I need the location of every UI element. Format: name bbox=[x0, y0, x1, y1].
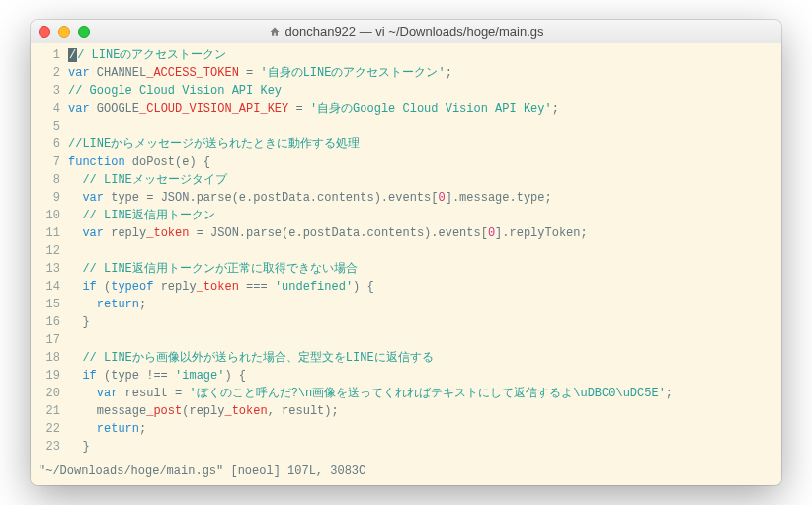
token-ident bbox=[68, 262, 82, 276]
code-line[interactable]: 10 // LINE返信用トークン bbox=[31, 207, 781, 224]
token-ident: , result); bbox=[268, 404, 339, 418]
token-keyword: var bbox=[68, 102, 90, 116]
token-keyword: if bbox=[82, 280, 96, 294]
token-ident: result = bbox=[118, 387, 189, 400]
code-line[interactable]: 14 if (typeof reply_token === 'undefined… bbox=[31, 278, 781, 296]
token-number: 0 bbox=[438, 191, 445, 205]
code-content[interactable] bbox=[68, 242, 781, 260]
code-content[interactable] bbox=[68, 331, 781, 349]
token-ident: ; bbox=[139, 422, 146, 436]
code-line[interactable]: 20 var result = 'ぼくのこと呼んだ?\n画像を送ってくれればテキ… bbox=[31, 385, 781, 402]
code-line[interactable]: 5 bbox=[31, 118, 781, 135]
token-ident: } bbox=[68, 315, 90, 329]
code-line[interactable]: 19 if (type !== 'image') { bbox=[31, 367, 781, 385]
line-number: 17 bbox=[31, 331, 68, 349]
line-number: 12 bbox=[31, 242, 68, 260]
line-number: 9 bbox=[31, 189, 68, 207]
token-comment: // Google Cloud Vision API Key bbox=[68, 84, 282, 98]
code-content[interactable]: // LINEから画像以外が送られた場合、定型文をLINEに返信する bbox=[68, 349, 781, 367]
code-line[interactable]: 23 } bbox=[31, 438, 781, 456]
vim-status-line: "~/Downloads/hoge/main.gs" [noeol] 107L,… bbox=[31, 462, 781, 485]
token-comment: //LINEからメッセージが送られたときに動作する処理 bbox=[68, 137, 360, 151]
token-ident: ) { bbox=[224, 369, 246, 383]
code-content[interactable]: if (type !== 'image') { bbox=[68, 367, 781, 385]
code-line[interactable]: 16 } bbox=[31, 313, 781, 331]
token-ident bbox=[68, 191, 82, 205]
token-comment: // LINEから画像以外が送られた場合、定型文をLINEに返信する bbox=[82, 351, 433, 365]
token-ident bbox=[68, 173, 82, 187]
token-op: = bbox=[239, 66, 261, 80]
code-content[interactable]: var CHANNEL_ACCESS_TOKEN = '自身のLINEのアクセス… bbox=[68, 64, 781, 82]
code-content[interactable]: if (typeof reply_token === 'undefined') … bbox=[68, 278, 781, 296]
token-string: '自身のGoogle Cloud Vision API Key' bbox=[310, 102, 552, 116]
token-ident bbox=[68, 280, 82, 294]
line-number: 23 bbox=[31, 438, 68, 456]
token-ident bbox=[68, 422, 97, 436]
line-number: 6 bbox=[31, 135, 68, 153]
token-keyword: var bbox=[68, 66, 90, 80]
token-keyword: return bbox=[97, 422, 139, 436]
code-line[interactable]: 22 return; bbox=[31, 420, 781, 438]
home-icon bbox=[269, 26, 281, 38]
token-ident: doPost(e) { bbox=[125, 155, 210, 169]
token-ident bbox=[68, 351, 82, 365]
token-varred: _token bbox=[197, 280, 239, 294]
close-icon[interactable] bbox=[39, 26, 50, 38]
token-varred: _CLOUD_VISION_API_KEY bbox=[139, 102, 288, 116]
code-line[interactable]: 13 // LINE返信用トークンが正常に取得できない場合 bbox=[31, 260, 781, 278]
code-content[interactable]: var result = 'ぼくのこと呼んだ?\n画像を送ってくれればテキストに… bbox=[68, 385, 781, 402]
token-ident: type = JSON.parse(e.postData.contents).e… bbox=[104, 191, 438, 205]
code-line[interactable]: 3// Google Cloud Vision API Key bbox=[31, 82, 781, 100]
code-content[interactable]: // LINE返信用トークン bbox=[68, 207, 781, 224]
line-number: 10 bbox=[31, 207, 68, 224]
minimize-icon[interactable] bbox=[58, 26, 70, 38]
code-content[interactable]: message_post(reply_token, result); bbox=[68, 402, 781, 420]
token-ident: ( bbox=[97, 280, 111, 294]
code-line[interactable]: 17 bbox=[31, 331, 781, 349]
code-line[interactable]: 9 var type = JSON.parse(e.postData.conte… bbox=[31, 189, 781, 207]
token-keyword: var bbox=[82, 226, 104, 240]
code-content[interactable]: } bbox=[68, 313, 781, 331]
code-content[interactable]: var GOOGLE_CLOUD_VISION_API_KEY = '自身のGo… bbox=[68, 100, 781, 118]
token-ident: message bbox=[68, 404, 146, 418]
token-ident: reply bbox=[153, 280, 196, 294]
token-varred: _token bbox=[224, 404, 267, 418]
token-ident: } bbox=[68, 440, 90, 454]
code-content[interactable]: // LINE返信用トークンが正常に取得できない場合 bbox=[68, 260, 781, 278]
code-line[interactable]: 1// LINEのアクセストークン bbox=[31, 46, 781, 64]
code-line[interactable]: 11 var reply_token = JSON.parse(e.postDa… bbox=[31, 224, 781, 242]
zoom-icon[interactable] bbox=[78, 26, 90, 38]
code-content[interactable]: return; bbox=[68, 296, 781, 313]
token-ident: ].message.type; bbox=[446, 191, 552, 205]
line-number: 18 bbox=[31, 349, 68, 367]
token-keyword: if bbox=[82, 369, 96, 383]
code-content[interactable]: // Google Cloud Vision API Key bbox=[68, 82, 781, 100]
token-ident: === bbox=[239, 280, 275, 294]
code-line[interactable]: 8 // LINEメッセージタイプ bbox=[31, 171, 781, 189]
code-content[interactable]: var reply_token = JSON.parse(e.postData.… bbox=[68, 224, 781, 242]
token-varred: _post bbox=[146, 404, 182, 418]
code-line[interactable]: 6//LINEからメッセージが送られたときに動作する処理 bbox=[31, 135, 781, 153]
token-varred: _token bbox=[146, 226, 189, 240]
code-content[interactable] bbox=[68, 118, 781, 135]
code-line[interactable]: 15 return; bbox=[31, 296, 781, 313]
code-line[interactable]: 7function doPost(e) { bbox=[31, 153, 781, 171]
code-line[interactable]: 4var GOOGLE_CLOUD_VISION_API_KEY = '自身のG… bbox=[31, 100, 781, 118]
code-content[interactable]: } bbox=[68, 438, 781, 456]
editor-area[interactable]: 1// LINEのアクセストークン2var CHANNEL_ACCESS_TOK… bbox=[31, 43, 781, 462]
code-content[interactable]: return; bbox=[68, 420, 781, 438]
code-content[interactable]: //LINEからメッセージが送られたときに動作する処理 bbox=[68, 135, 781, 153]
code-line[interactable]: 2var CHANNEL_ACCESS_TOKEN = '自身のLINEのアクセ… bbox=[31, 64, 781, 82]
code-line[interactable]: 18 // LINEから画像以外が送られた場合、定型文をLINEに返信する bbox=[31, 349, 781, 367]
line-number: 1 bbox=[31, 46, 68, 64]
token-keyword: function bbox=[68, 155, 125, 169]
token-comment: // LINEメッセージタイプ bbox=[82, 173, 226, 187]
code-content[interactable]: function doPost(e) { bbox=[68, 153, 781, 171]
code-line[interactable]: 21 message_post(reply_token, result); bbox=[31, 402, 781, 420]
code-content[interactable]: // LINEメッセージタイプ bbox=[68, 171, 781, 189]
token-comment: / LINEのアクセストークン bbox=[77, 48, 226, 62]
code-content[interactable]: // LINEのアクセストークン bbox=[68, 46, 781, 64]
titlebar[interactable]: donchan922 — vi ~/Downloads/hoge/main.gs bbox=[31, 20, 781, 43]
code-content[interactable]: var type = JSON.parse(e.postData.content… bbox=[68, 189, 781, 207]
code-line[interactable]: 12 bbox=[31, 242, 781, 260]
